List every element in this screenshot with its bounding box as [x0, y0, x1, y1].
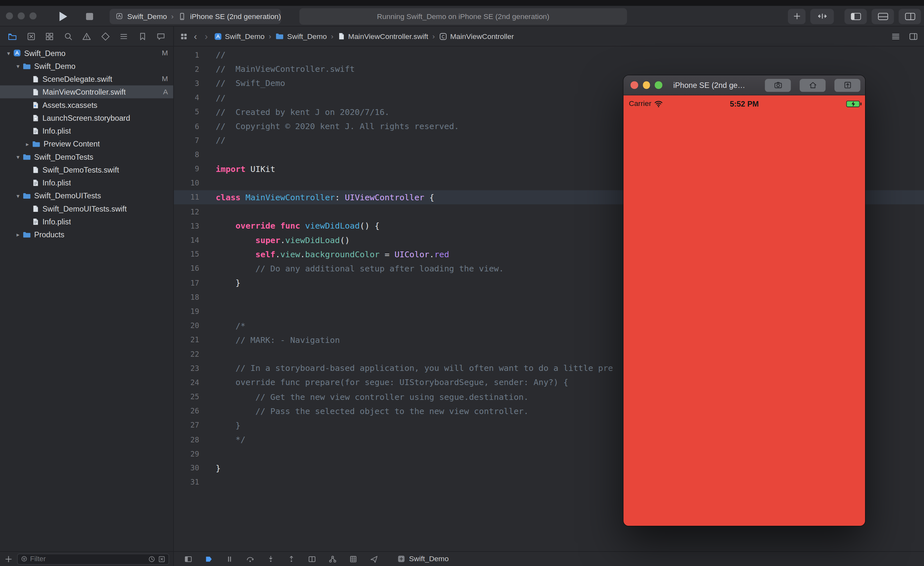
line-number[interactable]: 24	[174, 378, 205, 387]
line-number[interactable]: 30	[174, 464, 205, 472]
tree-row-mainviewcontroller-swift[interactable]: MainViewController.swiftA	[0, 85, 173, 98]
disclosure-triangle[interactable]: ▸	[14, 231, 22, 238]
line-number[interactable]: 29	[174, 449, 205, 458]
recent-files-clock-icon[interactable]	[148, 555, 156, 563]
adjust-editor-button[interactable]	[184, 554, 193, 563]
tree-row-launchscreen-storyboard[interactable]: LaunchScreen.storyboard	[0, 111, 173, 124]
add-file-button[interactable]	[4, 554, 13, 563]
view-hierarchy-button[interactable]	[328, 554, 337, 563]
line-number[interactable]: 16	[174, 264, 205, 273]
disclosure-triangle[interactable]: ▾	[5, 50, 13, 56]
breakpoints-toggle-button[interactable]	[205, 554, 213, 563]
filter-field[interactable]	[17, 553, 169, 565]
toggle-inspector-button[interactable]	[898, 9, 921, 24]
tree-row-preview-content[interactable]: ▸Preview Content	[0, 137, 173, 150]
filter-input[interactable]	[30, 555, 146, 563]
tree-row-swift-demo[interactable]: ▾Swift_Demo	[0, 60, 173, 72]
line-number[interactable]: 26	[174, 407, 205, 415]
editor-layout-button[interactable]	[810, 9, 834, 24]
line-number[interactable]: 21	[174, 335, 205, 344]
minimize-button[interactable]	[18, 12, 25, 19]
tree-row-assets-xcassets[interactable]: Assets.xcassets	[0, 98, 173, 111]
sim-screenshot-button[interactable]	[765, 79, 790, 91]
lines-button[interactable]	[891, 31, 900, 41]
line-number[interactable]: 18	[174, 293, 205, 301]
issues-tab[interactable]	[81, 30, 93, 42]
line-number[interactable]: 22	[174, 350, 205, 358]
running-app-chip[interactable]: Swift_Demo	[397, 555, 449, 563]
tree-row-products[interactable]: ▸Products	[0, 228, 173, 241]
sim-zoom-button[interactable]	[655, 81, 662, 89]
simulator-titlebar[interactable]: iPhone SE (2nd ge…	[623, 75, 865, 95]
disclosure-triangle[interactable]: ▾	[14, 153, 22, 160]
code-line[interactable]: 2// MainViewController.swift	[174, 62, 924, 76]
line-number[interactable]: 23	[174, 364, 205, 373]
line-number[interactable]: 28	[174, 435, 205, 444]
tree-row-swift-demouitests[interactable]: ▾Swift_DemoUITests	[0, 189, 173, 202]
line-number[interactable]: 14	[174, 236, 205, 244]
jumpbar-item-mainviewcontroller-swift[interactable]: MainViewController.swift	[338, 32, 429, 40]
line-number[interactable]: 15	[174, 250, 205, 259]
disclosure-triangle[interactable]: ▸	[24, 140, 31, 147]
line-number[interactable]: 27	[174, 421, 205, 430]
line-number[interactable]: 4	[174, 93, 205, 102]
step-into-button[interactable]	[267, 554, 275, 563]
line-number[interactable]: 9	[174, 164, 205, 173]
sim-close-button[interactable]	[630, 81, 638, 89]
tree-row-info-plist[interactable]: Info.plist	[0, 176, 173, 189]
pause-button[interactable]	[225, 554, 234, 563]
memory-graph-button[interactable]	[349, 554, 358, 563]
source-control-filter-icon[interactable]	[158, 555, 166, 563]
jumpbar-item-swift-demo[interactable]: Swift_Demo	[276, 32, 327, 40]
line-number[interactable]: 10	[174, 179, 205, 187]
tree-row-scenedelegate-swift[interactable]: SceneDelegate.swiftM	[0, 72, 173, 85]
forward-button[interactable]: ›	[203, 31, 210, 41]
toggle-navigator-button[interactable]	[844, 9, 867, 24]
symbols-tab[interactable]	[44, 30, 56, 42]
tree-row-info-plist[interactable]: Info.plist	[0, 215, 173, 228]
line-number[interactable]: 7	[174, 136, 205, 145]
line-number[interactable]: 13	[174, 221, 205, 230]
run-button[interactable]	[56, 10, 71, 22]
line-number[interactable]: 11	[174, 193, 205, 202]
sim-save-button[interactable]	[834, 79, 860, 91]
tests-tab[interactable]	[99, 30, 111, 42]
line-number[interactable]: 25	[174, 392, 205, 401]
simulate-location-button[interactable]	[369, 554, 378, 563]
breakpoints-tab[interactable]	[136, 30, 148, 42]
tree-row-swift-demotests-swift[interactable]: Swift_DemoTests.swift	[0, 163, 173, 176]
source-control-tab[interactable]	[25, 30, 37, 42]
line-number[interactable]: 2	[174, 65, 205, 73]
scheme-selector[interactable]: Swift_Demo › iPhone SE (2nd generation)	[110, 9, 281, 24]
stop-button[interactable]	[84, 12, 95, 21]
tree-row-swift-demotests[interactable]: ▾Swift_DemoTests	[0, 150, 173, 163]
related-items-button[interactable]	[180, 32, 188, 40]
toggle-debug-area-button[interactable]	[872, 9, 894, 24]
code-line[interactable]: 1//	[174, 48, 924, 62]
line-number[interactable]: 8	[174, 150, 205, 159]
back-button[interactable]: ‹	[192, 31, 199, 41]
reports-tab[interactable]	[155, 30, 167, 42]
line-number[interactable]: 1	[174, 51, 205, 59]
line-number[interactable]: 17	[174, 278, 205, 287]
tree-row-swift-demouitests-swift[interactable]: Swift_DemoUITests.swift	[0, 202, 173, 215]
close-button[interactable]	[6, 12, 13, 19]
line-number[interactable]: 19	[174, 307, 205, 316]
library-button[interactable]	[788, 9, 806, 24]
line-number[interactable]: 3	[174, 79, 205, 88]
jumpbar-item-swift-demo[interactable]: Swift_Demo	[214, 32, 264, 40]
disclosure-triangle[interactable]: ▾	[14, 63, 22, 69]
step-out-button[interactable]	[287, 554, 296, 563]
line-number[interactable]: 6	[174, 122, 205, 130]
line-number[interactable]: 12	[174, 207, 205, 216]
simulator-screen[interactable]: Carrier 5:52 PM	[623, 95, 865, 526]
disclosure-triangle[interactable]: ▾	[14, 192, 22, 199]
debug-tab[interactable]	[118, 30, 130, 42]
adjust-button[interactable]	[909, 31, 918, 41]
line-number[interactable]: 5	[174, 108, 205, 116]
line-number[interactable]: 20	[174, 321, 205, 330]
find-tab[interactable]	[62, 30, 74, 42]
sim-home-button[interactable]	[800, 79, 825, 91]
line-number[interactable]: 31	[174, 478, 205, 487]
split-editor-button[interactable]	[308, 554, 316, 563]
